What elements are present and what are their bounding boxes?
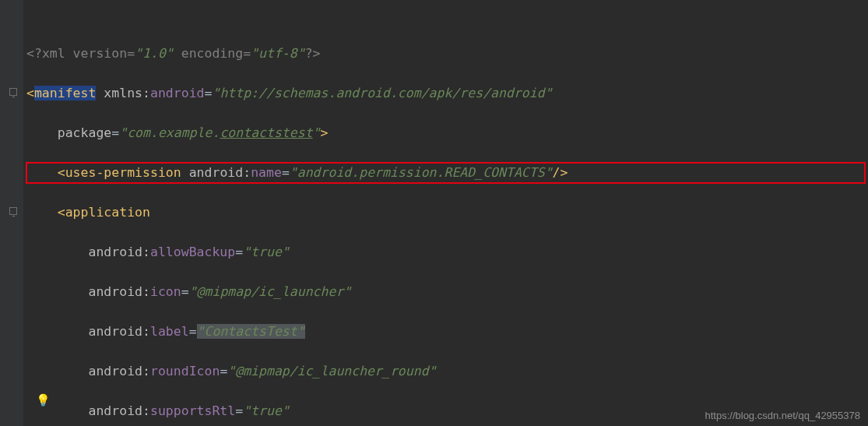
manifest-open-tag: manifest <box>34 86 96 100</box>
code-line[interactable]: package="com.example.contactstest"> <box>26 123 865 143</box>
xml-pi: <? <box>26 46 42 61</box>
fold-icon[interactable] <box>9 207 17 215</box>
lightbulb-icon[interactable]: 💡 <box>36 393 51 407</box>
fold-icon[interactable] <box>9 88 17 96</box>
code-editor[interactable]: <?xml version="1.0" encoding="utf-8"?> <… <box>23 0 868 426</box>
code-line[interactable]: android:allowBackup="true" <box>26 242 865 262</box>
code-line[interactable]: <application <box>26 202 865 223</box>
code-line[interactable]: android:icon="@mipmap/ic_launcher" <box>26 282 865 302</box>
highlighted-line-uses-permission[interactable]: <uses-permission android:name="android.p… <box>26 163 865 183</box>
code-line[interactable]: <manifest xmlns:android="http://schemas.… <box>26 83 865 104</box>
watermark-text: https://blog.csdn.net/qq_42955378 <box>705 410 861 421</box>
code-line[interactable]: android:label="ContactsTest" <box>26 322 865 342</box>
code-line[interactable]: android:roundIcon="@mipmap/ic_launcher_r… <box>26 361 865 382</box>
code-line[interactable]: <?xml version="1.0" encoding="utf-8"?> <box>26 44 865 64</box>
